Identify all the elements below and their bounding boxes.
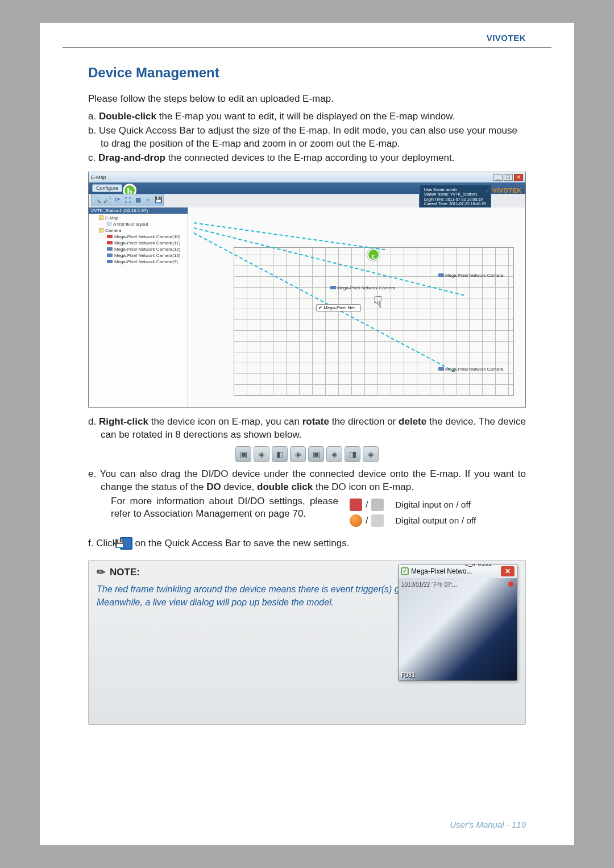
camera-left-icon: ◧	[272, 446, 288, 462]
camera-icon	[438, 367, 444, 371]
step-b: b. Use Quick Access Bar to adjust the si…	[88, 124, 526, 151]
dido-legend: / Digital input on / off / Digital outpu…	[350, 499, 526, 530]
camera-blue-icon	[107, 260, 113, 263]
header-rule	[63, 47, 551, 48]
popup-close-button[interactable]: ✕	[501, 566, 515, 576]
popup-title-text: Mega-Pixel Netwo...	[411, 567, 472, 575]
step-c: c. Drag-and-drop the connected devices t…	[88, 152, 526, 165]
folder-icon	[99, 215, 103, 220]
tree-emap-folder[interactable]: E-Map	[91, 215, 185, 221]
camera-blue-icon	[107, 254, 113, 257]
tree-camera-item[interactable]: Mega-Pixel Network Camera(11)	[91, 240, 185, 246]
do-label: Digital output on / off	[395, 516, 476, 526]
zoom-in-icon[interactable]: 🔍	[92, 194, 102, 206]
page-footer: User's Manual - 119	[450, 820, 526, 829]
camera-event-label: 2_IP8161	[465, 564, 492, 567]
step-e: e. You can also drag the DI/DO device un…	[88, 468, 526, 494]
camera-tooltip: ✔ Mega-Pixel Net...	[316, 304, 361, 312]
folder-icon	[99, 228, 103, 232]
pencil-icon: ✎	[94, 565, 109, 580]
camera-red-icon	[107, 235, 113, 238]
camera-dl-icon: ◈	[254, 446, 269, 462]
camera-ur-icon: ◈	[326, 446, 342, 462]
add-icon[interactable]: ＋	[143, 194, 153, 206]
note-box: ✎ NOTE: The red frame twinkling around t…	[88, 560, 526, 725]
slash-separator: /	[366, 500, 368, 510]
window-titlebar: E-Map _ ▢ ✕	[89, 172, 525, 182]
maximize-button[interactable]: ▢	[504, 174, 513, 181]
camera-dr-icon: ◈	[363, 446, 379, 462]
liveview-popup: 2_IP8161 ✔ Mega-Pixel Netwo... ✕ 2013/01…	[398, 564, 517, 681]
intro-text: Please follow the steps below to edit an…	[88, 93, 526, 105]
tree-layout-item[interactable]: A first floor layout	[91, 221, 185, 227]
record-indicator-icon	[508, 582, 513, 587]
refresh-icon[interactable]: ⟳	[112, 194, 122, 206]
do-on-icon	[350, 514, 362, 527]
camera-icon	[330, 286, 336, 289]
camera-map-marker[interactable]: Mega-Pixel Network Camera	[438, 367, 503, 372]
save-icon: 💾	[120, 537, 132, 550]
camera-red-icon	[107, 241, 113, 244]
di-on-icon	[350, 499, 362, 511]
minimize-button[interactable]: _	[493, 174, 503, 181]
camera-ul-icon: ◈	[290, 446, 306, 462]
section-title: Device Management	[88, 65, 526, 81]
tree-camera-item[interactable]: Mega-Pixel Network Camera(12)	[91, 246, 185, 252]
camera-icon	[438, 273, 444, 277]
camera-map-marker[interactable]: Mega-Pixel Network Camera	[330, 285, 395, 290]
status-info-box: User Name: admin Station Name: VVTK_Stat…	[419, 185, 491, 210]
fit-icon[interactable]: ⛶	[122, 194, 132, 206]
device-tree-sidebar: VVTK_Station1 (10.16.1.97) E-Map A first…	[89, 207, 188, 407]
rotation-icon-row: ▣ ◈ ◧ ◈ ▣ ◈ ◨ ◈	[88, 446, 526, 462]
tree-camera-item[interactable]: Mega-Pixel Network Camera(10)	[91, 234, 185, 240]
layout-icon	[107, 222, 111, 226]
di-off-icon	[371, 499, 384, 511]
save-icon[interactable]: 💾	[153, 194, 163, 206]
marker-c-icon: c	[367, 248, 380, 261]
emap-canvas[interactable]: c ☟ Mega-Pixel Network Camera Mega-Pixel…	[188, 207, 525, 407]
step-a: a. Double-click the E-map you want to ed…	[88, 110, 526, 123]
close-button[interactable]: ✕	[514, 174, 523, 181]
tree-camera-item[interactable]: Mega-Pixel Network Camera(13)	[91, 252, 185, 259]
slash-separator: /	[366, 516, 368, 526]
tree-camera-folder[interactable]: Camera	[91, 227, 185, 234]
emap-screenshot: E-Map _ ▢ ✕ Configure User Name: admin S…	[88, 172, 526, 408]
vivotek-logo: ✔ VIVOTEK	[485, 187, 522, 194]
di-label: Digital input on / off	[395, 500, 470, 510]
liveview-video: 2013/01/22 下午 07:... FD81	[399, 578, 517, 680]
note-heading: NOTE:	[110, 567, 140, 578]
check-icon: ✔	[401, 567, 409, 575]
camera-right-icon: ◨	[345, 446, 360, 462]
camera-up-icon: ▣	[308, 446, 324, 462]
window-title: E-Map	[91, 175, 106, 180]
camera-event-frame: 2_IP8161	[465, 564, 492, 567]
liveview-timestamp: 2013/01/22 下午 07:...	[401, 580, 457, 588]
grid-icon[interactable]: ▦	[132, 194, 143, 206]
camera-map-marker[interactable]: Mega-Pixel Network Camera	[438, 273, 503, 278]
camera-blue-icon	[107, 247, 113, 251]
camera-down-icon: ▣	[235, 446, 251, 462]
tree-station-label: VVTK_Station1 (10.16.1.97)	[89, 207, 188, 214]
step-f: f. Click 💾 on the Quick Access Bar to sa…	[88, 537, 526, 550]
do-off-icon	[371, 514, 384, 527]
quick-access-bar[interactable]: 🔍 🔎 ⟳ ⛶ ▦ ＋ 💾	[91, 194, 164, 206]
step-d: d. Right-click the device icon on E-map,…	[88, 416, 526, 442]
configure-button[interactable]: Configure	[92, 184, 122, 192]
drag-cursor-icon: ☟	[373, 293, 383, 312]
page-header-brand: VIVOTEK	[40, 23, 574, 47]
tree-camera-item[interactable]: Mega-Pixel Network Camera(5)	[91, 259, 185, 265]
zoom-out-icon[interactable]: 🔎	[102, 194, 112, 206]
liveview-camera-label: FD81	[401, 672, 414, 678]
drag-guide-line	[194, 222, 385, 250]
floorplan-image	[234, 247, 514, 396]
